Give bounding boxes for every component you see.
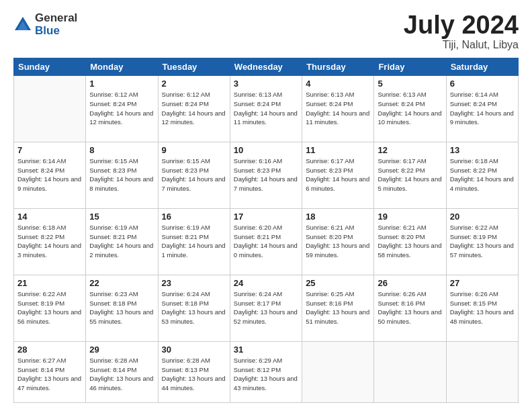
day-info: Sunrise: 6:23 AM Sunset: 8:18 PM Dayligh… — [89, 289, 154, 326]
table-row: 2Sunrise: 6:12 AM Sunset: 8:24 PM Daylig… — [158, 76, 230, 142]
day-number: 16 — [162, 212, 226, 222]
table-row — [302, 341, 374, 402]
day-number: 22 — [89, 278, 154, 288]
table-row: 14Sunrise: 6:18 AM Sunset: 8:22 PM Dayli… — [14, 208, 86, 275]
day-info: Sunrise: 6:28 AM Sunset: 8:14 PM Dayligh… — [89, 356, 154, 393]
day-info: Sunrise: 6:21 AM Sunset: 8:20 PM Dayligh… — [378, 223, 442, 260]
day-info: Sunrise: 6:14 AM Sunset: 8:24 PM Dayligh… — [450, 90, 515, 127]
day-info: Sunrise: 6:26 AM Sunset: 8:16 PM Dayligh… — [378, 289, 442, 326]
day-number: 19 — [378, 212, 442, 222]
day-number: 21 — [17, 278, 82, 288]
day-info: Sunrise: 6:18 AM Sunset: 8:22 PM Dayligh… — [17, 223, 82, 260]
table-row: 7Sunrise: 6:14 AM Sunset: 8:24 PM Daylig… — [14, 142, 86, 208]
table-row: 18Sunrise: 6:21 AM Sunset: 8:20 PM Dayli… — [302, 208, 374, 275]
day-number: 2 — [162, 79, 226, 89]
day-info: Sunrise: 6:22 AM Sunset: 8:19 PM Dayligh… — [17, 289, 82, 326]
day-number: 26 — [378, 278, 442, 288]
col-thursday: Thursday — [302, 58, 374, 76]
col-monday: Monday — [86, 58, 158, 76]
title-block: July 2024 Tiji, Nalut, Libya — [404, 12, 519, 51]
table-row: 25Sunrise: 6:25 AM Sunset: 8:16 PM Dayli… — [302, 275, 374, 341]
day-number: 5 — [378, 79, 442, 89]
day-number: 29 — [89, 345, 154, 355]
calendar-header-row: Sunday Monday Tuesday Wednesday Thursday… — [14, 58, 519, 76]
day-number: 25 — [306, 278, 370, 288]
table-row: 6Sunrise: 6:14 AM Sunset: 8:24 PM Daylig… — [446, 76, 518, 142]
day-number: 11 — [306, 145, 370, 155]
table-row: 22Sunrise: 6:23 AM Sunset: 8:18 PM Dayli… — [86, 275, 158, 341]
table-row: 12Sunrise: 6:17 AM Sunset: 8:22 PM Dayli… — [374, 142, 446, 208]
day-number: 3 — [234, 79, 298, 89]
col-wednesday: Wednesday — [230, 58, 302, 76]
table-row: 3Sunrise: 6:13 AM Sunset: 8:24 PM Daylig… — [230, 76, 302, 142]
table-row: 20Sunrise: 6:22 AM Sunset: 8:19 PM Dayli… — [446, 208, 518, 275]
calendar-table: Sunday Monday Tuesday Wednesday Thursday… — [13, 58, 519, 403]
table-row: 23Sunrise: 6:24 AM Sunset: 8:18 PM Dayli… — [158, 275, 230, 341]
day-info: Sunrise: 6:24 AM Sunset: 8:17 PM Dayligh… — [234, 289, 298, 326]
day-info: Sunrise: 6:26 AM Sunset: 8:15 PM Dayligh… — [450, 289, 515, 326]
day-number: 14 — [17, 212, 82, 222]
logo-general-text: General — [35, 12, 77, 25]
day-info: Sunrise: 6:13 AM Sunset: 8:24 PM Dayligh… — [234, 90, 298, 127]
day-info: Sunrise: 6:17 AM Sunset: 8:22 PM Dayligh… — [378, 156, 442, 193]
table-row — [374, 341, 446, 402]
day-number: 12 — [378, 145, 442, 155]
day-number: 7 — [17, 145, 82, 155]
day-number: 27 — [450, 278, 515, 288]
day-number: 15 — [89, 212, 154, 222]
day-number: 30 — [162, 345, 226, 355]
header: General Blue July 2024 Tiji, Nalut, Liby… — [13, 12, 519, 51]
day-number: 9 — [162, 145, 226, 155]
day-info: Sunrise: 6:25 AM Sunset: 8:16 PM Dayligh… — [306, 289, 370, 326]
day-info: Sunrise: 6:28 AM Sunset: 8:13 PM Dayligh… — [162, 356, 226, 393]
table-row: 13Sunrise: 6:18 AM Sunset: 8:22 PM Dayli… — [446, 142, 518, 208]
day-info: Sunrise: 6:12 AM Sunset: 8:24 PM Dayligh… — [89, 90, 154, 127]
table-row: 11Sunrise: 6:17 AM Sunset: 8:23 PM Dayli… — [302, 142, 374, 208]
logo-text: General Blue — [35, 12, 77, 37]
day-info: Sunrise: 6:24 AM Sunset: 8:18 PM Dayligh… — [162, 289, 226, 326]
day-info: Sunrise: 6:14 AM Sunset: 8:24 PM Dayligh… — [17, 156, 82, 193]
day-number: 24 — [234, 278, 298, 288]
day-number: 17 — [234, 212, 298, 222]
table-row: 24Sunrise: 6:24 AM Sunset: 8:17 PM Dayli… — [230, 275, 302, 341]
table-row: 21Sunrise: 6:22 AM Sunset: 8:19 PM Dayli… — [14, 275, 86, 341]
logo-blue-text: Blue — [35, 25, 77, 38]
day-info: Sunrise: 6:19 AM Sunset: 8:21 PM Dayligh… — [89, 223, 154, 260]
day-info: Sunrise: 6:12 AM Sunset: 8:24 PM Dayligh… — [162, 90, 226, 127]
page: General Blue July 2024 Tiji, Nalut, Liby… — [0, 0, 532, 411]
day-info: Sunrise: 6:16 AM Sunset: 8:23 PM Dayligh… — [234, 156, 298, 193]
day-info: Sunrise: 6:13 AM Sunset: 8:24 PM Dayligh… — [306, 90, 370, 127]
day-number: 4 — [306, 79, 370, 89]
day-info: Sunrise: 6:19 AM Sunset: 8:21 PM Dayligh… — [162, 223, 226, 260]
table-row: 1Sunrise: 6:12 AM Sunset: 8:24 PM Daylig… — [86, 76, 158, 142]
day-info: Sunrise: 6:18 AM Sunset: 8:22 PM Dayligh… — [450, 156, 515, 193]
table-row: 4Sunrise: 6:13 AM Sunset: 8:24 PM Daylig… — [302, 76, 374, 142]
table-row: 17Sunrise: 6:20 AM Sunset: 8:21 PM Dayli… — [230, 208, 302, 275]
col-tuesday: Tuesday — [158, 58, 230, 76]
table-row: 5Sunrise: 6:13 AM Sunset: 8:24 PM Daylig… — [374, 76, 446, 142]
day-number: 18 — [306, 212, 370, 222]
table-row: 10Sunrise: 6:16 AM Sunset: 8:23 PM Dayli… — [230, 142, 302, 208]
day-number: 1 — [89, 79, 154, 89]
day-info: Sunrise: 6:15 AM Sunset: 8:23 PM Dayligh… — [89, 156, 154, 193]
day-info: Sunrise: 6:15 AM Sunset: 8:23 PM Dayligh… — [162, 156, 226, 193]
day-info: Sunrise: 6:21 AM Sunset: 8:20 PM Dayligh… — [306, 223, 370, 260]
table-row: 29Sunrise: 6:28 AM Sunset: 8:14 PM Dayli… — [86, 341, 158, 402]
day-number: 31 — [234, 345, 298, 355]
day-info: Sunrise: 6:27 AM Sunset: 8:14 PM Dayligh… — [17, 356, 82, 393]
col-friday: Friday — [374, 58, 446, 76]
table-row: 9Sunrise: 6:15 AM Sunset: 8:23 PM Daylig… — [158, 142, 230, 208]
day-info: Sunrise: 6:29 AM Sunset: 8:12 PM Dayligh… — [234, 356, 298, 393]
day-number: 23 — [162, 278, 226, 288]
day-number: 8 — [89, 145, 154, 155]
table-row — [446, 341, 518, 402]
table-row: 30Sunrise: 6:28 AM Sunset: 8:13 PM Dayli… — [158, 341, 230, 402]
day-number: 6 — [450, 79, 515, 89]
table-row: 19Sunrise: 6:21 AM Sunset: 8:20 PM Dayli… — [374, 208, 446, 275]
title-month: July 2024 — [404, 12, 519, 38]
table-row: 27Sunrise: 6:26 AM Sunset: 8:15 PM Dayli… — [446, 275, 518, 341]
table-row — [14, 76, 86, 142]
table-row: 16Sunrise: 6:19 AM Sunset: 8:21 PM Dayli… — [158, 208, 230, 275]
day-number: 20 — [450, 212, 515, 222]
table-row: 28Sunrise: 6:27 AM Sunset: 8:14 PM Dayli… — [14, 341, 86, 402]
